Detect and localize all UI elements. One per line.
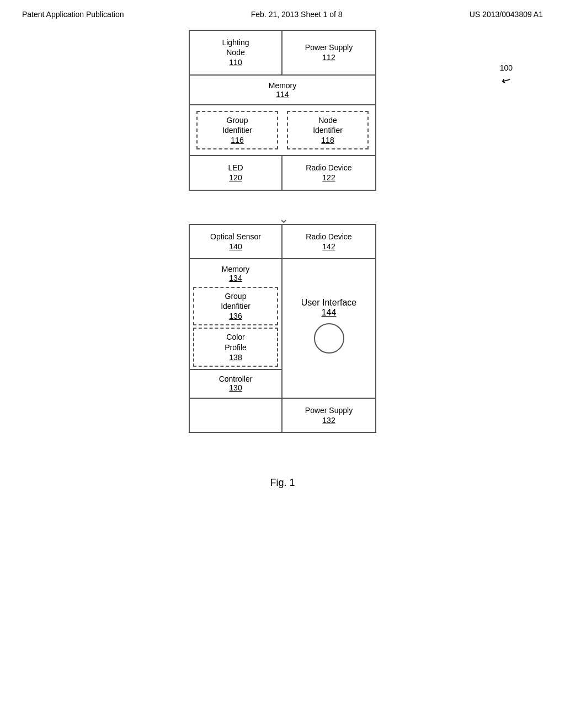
diagram2-row3: Power Supply 132 — [190, 399, 375, 432]
optical-sensor-140-cell: Optical Sensor 140 — [190, 225, 282, 258]
figure-label: Fig. 1 — [270, 477, 295, 489]
group-identifier-136-cell: GroupIdenfitier 136 — [193, 287, 278, 326]
diagram1-row4: LED 120 Radio Device 122 — [190, 156, 375, 189]
led-120-cell: LED 120 — [190, 156, 282, 189]
radio-device-142-cell: Radio Device 142 — [282, 225, 375, 258]
group-identifier-116-cell: GroupIdenfitier 116 — [196, 111, 278, 150]
power-supply-112-cell: Power Supply 112 — [282, 31, 375, 74]
diagram2-row3-left — [190, 399, 282, 432]
diagram1-row3: GroupIdenfitier 116 NodeIdentifier 118 — [190, 105, 375, 157]
diagram2-left-col: Memory 134 GroupIdenfitier 136 ColorProf… — [190, 259, 282, 398]
group-identifier-136-wrapper: GroupIdenfitier 136 — [193, 287, 278, 326]
lighting-node-cell: LightingNode 110 — [190, 31, 282, 74]
header-right: US 2013/0043809 A1 — [470, 10, 543, 19]
header-center: Feb. 21, 2013 Sheet 1 of 8 — [251, 10, 343, 19]
diagram2-row1: Optical Sensor 140 Radio Device 142 — [190, 225, 375, 259]
ref-100-label: 100 ↙ — [500, 63, 513, 87]
diagram1-row2: Memory 114 — [190, 76, 375, 105]
diagram-lighting-node: LightingNode 110 Power Supply 112 Memory… — [189, 30, 376, 191]
power-supply-132-cell: Power Supply 132 — [282, 399, 375, 432]
node-identifier-118-cell: NodeIdentifier 118 — [287, 111, 369, 150]
ui-circle-icon — [314, 323, 344, 354]
header-left: Patent Application Publication — [22, 10, 124, 19]
main-content: LightingNode 110 Power Supply 112 Memory… — [0, 24, 565, 500]
controller-130-cell: Controller 130 — [190, 369, 281, 398]
diagram2-row2: Memory 134 GroupIdenfitier 136 ColorProf… — [190, 259, 375, 399]
page-header: Patent Application Publication Feb. 21, … — [0, 0, 565, 24]
user-interface-144-cell: User Interface 144 — [282, 259, 375, 398]
memory-114-cell: Memory 114 — [190, 76, 375, 104]
color-profile-138-cell: ColorProfile 138 — [193, 328, 278, 367]
diagram-controller: Optical Sensor 140 Radio Device 142 Memo… — [189, 224, 376, 433]
color-profile-138-wrapper: ColorProfile 138 — [193, 328, 278, 367]
diagram2-wrapper: ⌄ Optical Sensor 140 Radio Device 142 — [189, 224, 376, 450]
diagram1-row1: LightingNode 110 Power Supply 112 — [190, 31, 375, 76]
ref-100-arrow: ↙ — [499, 72, 514, 88]
radio-device-122-cell: Radio Device 122 — [282, 156, 375, 189]
memory-134-cell: Memory 134 — [190, 259, 281, 285]
